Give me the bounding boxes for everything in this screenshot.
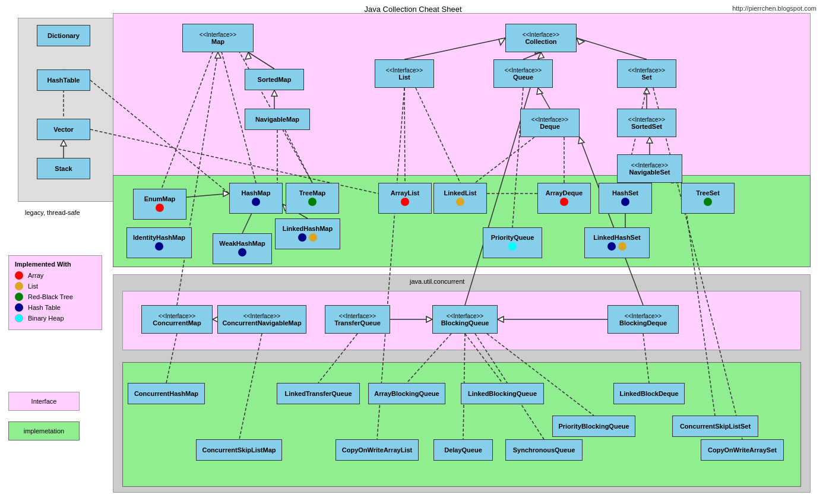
linkedblockdeque-box: LinkedBlockDeque (613, 383, 685, 404)
transferqueue-box: <<Interface>> TransferQueue (325, 305, 390, 334)
blockingqueue-box: <<Interface>> BlockingQueue (432, 305, 498, 334)
concurrentskiplistmap-box: ConcurrentSkipListMap (196, 439, 282, 461)
deque-box: <<Interface>> Deque (520, 109, 580, 137)
navigableset-box: <<Interface>> NavigableSet (617, 154, 682, 183)
concurrentmap-box: <<Interface>> ConcurrentMap (141, 305, 213, 334)
legend-array: Array (15, 271, 96, 280)
legend-box: Implemented With Array List Red-Black Tr… (8, 255, 102, 330)
linkedblockingqueue-box: LinkedBlockingQueue (461, 383, 544, 404)
linkedlist-box: LinkedList (433, 183, 487, 214)
legend-list: List (15, 282, 96, 290)
concurrentskiplistset-box: ConcurrentSkipListSet (672, 416, 758, 437)
concurrentnavigablemap-box: <<Interface>> ConcurrentNavigableMap (217, 305, 306, 334)
priorityblockingqueue-box: PriorityBlockingQueue (552, 416, 635, 437)
arraylist-box: ArrayList (378, 183, 432, 214)
vector-box: Vector (37, 119, 90, 140)
navigablemap-box: NavigableMap (245, 109, 310, 130)
copyonwritearrayset-box: CopyOnWriteArraySet (701, 439, 784, 461)
sortedset-box: <<Interface>> SortedSet (617, 109, 676, 137)
legend-hashtable: Hash Table (15, 303, 96, 312)
linkedhashmap-box: LinkedHashMap (275, 218, 340, 249)
linkedtransferqueue-box: LinkedTransferQueue (277, 383, 360, 404)
treeset-box: TreeSet (681, 183, 735, 214)
hashtable-box: HashTable (37, 69, 90, 91)
copyonwritearraylist-box: CopyOnWriteArrayList (336, 439, 419, 461)
legend-rbtree: Red-Black Tree (15, 293, 96, 301)
blockingdeque-box: <<Interface>> BlockingDeque (607, 305, 679, 334)
legend-title: Implemented With (15, 261, 96, 268)
map-box: <<Interface>> Map (182, 24, 254, 52)
enummap-box: EnumMap (133, 189, 186, 220)
dictionary-box: Dictionary (37, 25, 90, 46)
interface-legend: Interface (8, 392, 80, 411)
sortedmap-box: SortedMap (245, 69, 304, 90)
arrayblockingqueue-box: ArrayBlockingQueue (368, 383, 445, 404)
stack-box: Stack (37, 158, 90, 179)
concurrent-label: java.util.concurrent (410, 278, 464, 285)
impl-legend: implemetation (8, 421, 80, 440)
identityhashmap-box: IdentityHashMap (126, 227, 192, 258)
set-box: <<Interface>> Set (617, 59, 676, 88)
treemap-box: TreeMap (286, 183, 339, 214)
weakhashmap-box: WeakHashMap (213, 233, 272, 264)
hashmap-box: HashMap (229, 183, 283, 214)
collection-box: <<Interface>> Collection (505, 24, 577, 52)
page-title: Java Collection Cheat Sheet (364, 5, 461, 14)
linkedhashset-box: LinkedHashSet (584, 227, 650, 258)
priorityqueue-box: PriorityQueue (483, 227, 542, 258)
legend-binaryheap: Binary Heap (15, 314, 96, 322)
delayqueue-box: DelayQueue (433, 439, 493, 461)
synchronousqueue-box: SynchronousQueue (505, 439, 583, 461)
queue-box: <<Interface>> Queue (493, 59, 553, 88)
list-box: <<Interface>> List (375, 59, 434, 88)
hashset-box: HashSet (599, 183, 652, 214)
page-url: http://pierrchen.blogspot.com (732, 5, 816, 12)
concurrenthashmap-box: ConcurrentHashMap (128, 383, 205, 404)
legacy-label: legacy, thread-safe (25, 209, 80, 216)
arraydeque-box: ArrayDeque (537, 183, 591, 214)
